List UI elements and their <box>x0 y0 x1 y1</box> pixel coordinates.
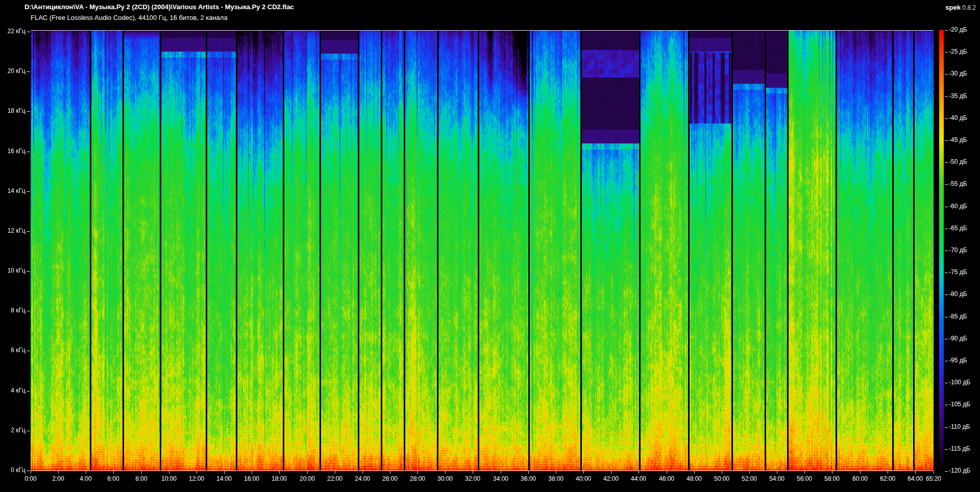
freq-axis-label: 6 кГц <box>2 347 26 354</box>
time-axis-label: 18:00 <box>265 475 293 482</box>
time-tick <box>58 471 59 474</box>
time-axis-label: 6:00 <box>100 475 127 482</box>
freq-axis-label: 0 кГц <box>2 466 26 474</box>
time-axis-label: 14:00 <box>210 475 238 482</box>
db-axis-label: -95 дБ <box>949 357 967 364</box>
plot-bottom-border <box>31 471 934 471</box>
db-tick <box>945 427 948 428</box>
app-version: spek 0.8.2 <box>945 4 976 11</box>
time-axis-label: 38:00 <box>542 475 570 482</box>
time-axis-label: 65:20 <box>920 475 947 482</box>
freq-tick <box>27 311 30 311</box>
time-tick <box>113 471 114 474</box>
time-axis-label: 40:00 <box>570 475 597 482</box>
freq-tick <box>27 71 30 72</box>
time-axis-label: 30:00 <box>431 475 459 482</box>
time-tick <box>934 471 934 474</box>
time-tick <box>279 471 280 474</box>
db-axis-label: -80 дБ <box>949 290 967 298</box>
time-axis-label: 16:00 <box>238 475 265 482</box>
db-axis-label: -55 дБ <box>949 180 967 187</box>
time-axis-label: 62:00 <box>874 475 901 482</box>
db-tick <box>945 317 948 317</box>
freq-tick <box>27 111 30 112</box>
time-tick <box>694 471 695 474</box>
db-axis-label: -65 дБ <box>949 225 967 232</box>
db-tick <box>945 251 948 251</box>
time-axis-label: 52:00 <box>736 475 763 482</box>
db-axis-label: -60 дБ <box>949 203 967 210</box>
time-tick <box>224 471 225 474</box>
time-axis-label: 56:00 <box>791 475 818 482</box>
db-legend-colorbar <box>939 30 944 471</box>
db-axis-label: -120 дБ <box>949 467 970 474</box>
time-tick <box>777 471 777 474</box>
freq-tick <box>27 152 30 152</box>
db-axis-label: -115 дБ <box>949 445 970 452</box>
time-tick <box>915 471 916 474</box>
db-axis-label: -50 дБ <box>949 158 967 165</box>
time-tick <box>197 471 197 474</box>
time-axis-label: 0:00 <box>17 475 44 482</box>
time-axis-label: 54:00 <box>763 475 791 482</box>
freq-axis-label: 14 кГц <box>2 187 26 194</box>
db-tick <box>945 339 948 339</box>
db-tick <box>945 118 948 119</box>
db-tick <box>945 52 948 53</box>
db-tick <box>945 30 948 31</box>
time-axis-label: 36:00 <box>514 475 542 482</box>
freq-tick <box>27 32 30 32</box>
time-axis-label: 12:00 <box>183 475 210 482</box>
freq-tick <box>27 231 30 232</box>
time-tick <box>445 471 446 474</box>
time-tick <box>390 471 390 474</box>
time-axis-label: 22:00 <box>321 475 349 482</box>
time-axis-label: 24:00 <box>349 475 376 482</box>
db-tick <box>945 294 948 295</box>
time-tick <box>832 471 832 474</box>
file-path-title: D:\Антициклон\VA - Музыка.Ру 2 (2CD) (20… <box>24 3 294 11</box>
freq-axis-label: 16 кГц <box>2 147 26 155</box>
time-axis-label: 26:00 <box>376 475 404 482</box>
db-tick <box>945 361 948 361</box>
time-axis-label: 48:00 <box>680 475 708 482</box>
time-tick <box>749 471 750 474</box>
freq-axis-label: 10 кГц <box>2 267 26 274</box>
db-tick <box>945 405 948 405</box>
time-tick <box>418 471 418 474</box>
time-axis-label: 34:00 <box>487 475 514 482</box>
time-tick <box>362 471 363 474</box>
db-axis-label: -35 дБ <box>949 92 967 100</box>
db-tick <box>945 471 948 472</box>
time-tick <box>583 471 584 474</box>
time-axis-label: 8:00 <box>128 475 155 482</box>
db-axis-label: -90 дБ <box>949 335 967 342</box>
time-axis-label: 2:00 <box>44 475 72 482</box>
db-tick <box>945 184 948 185</box>
time-tick <box>141 471 142 474</box>
freq-axis-label: 18 кГц <box>2 107 26 114</box>
freq-tick <box>27 431 30 431</box>
freq-axis-label: 22 кГц <box>2 28 26 35</box>
time-tick <box>528 471 529 474</box>
spectrogram-canvas <box>31 31 934 471</box>
time-tick <box>860 471 861 474</box>
db-axis-label: -20 дБ <box>949 26 967 33</box>
app-name: spek <box>945 4 961 11</box>
time-tick <box>639 471 639 474</box>
time-axis-label: 46:00 <box>653 475 680 482</box>
time-axis-label: 28:00 <box>404 475 431 482</box>
time-axis-label: 50:00 <box>708 475 736 482</box>
db-axis-label: -45 дБ <box>949 136 967 143</box>
db-tick <box>945 74 948 75</box>
freq-axis-label: 4 кГц <box>2 387 26 394</box>
db-tick <box>945 96 948 97</box>
time-axis-label: 60:00 <box>846 475 874 482</box>
time-tick <box>335 471 335 474</box>
app-version-number: 0.8.2 <box>962 4 976 11</box>
time-tick <box>86 471 86 474</box>
time-tick <box>169 471 169 474</box>
db-axis-label: -105 дБ <box>949 401 970 408</box>
time-tick <box>31 471 31 474</box>
time-axis-label: 32:00 <box>459 475 486 482</box>
